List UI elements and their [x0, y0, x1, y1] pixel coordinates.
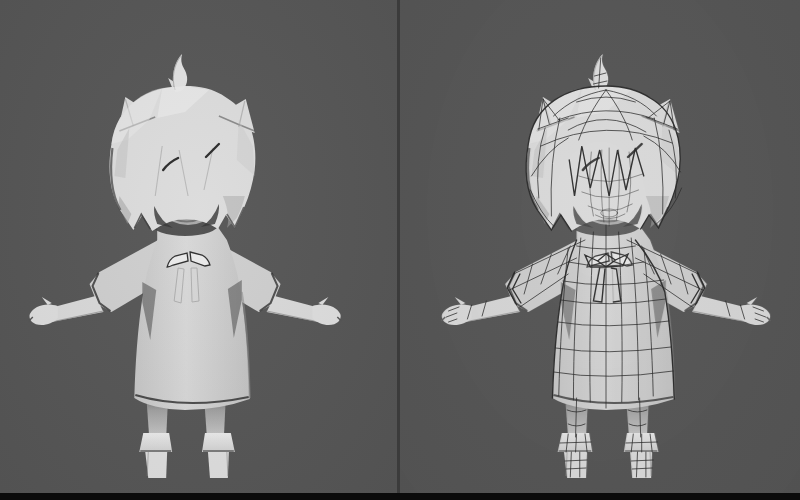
letterbox-bar [0, 493, 800, 500]
viewport [0, 0, 800, 500]
wireframe-render [400, 0, 800, 500]
viewport-pane-shaded[interactable] [0, 0, 398, 500]
viewport-pane-wireframe[interactable] [400, 0, 800, 500]
shaded-character-model[interactable] [29, 54, 341, 478]
shaded-render [0, 0, 398, 500]
